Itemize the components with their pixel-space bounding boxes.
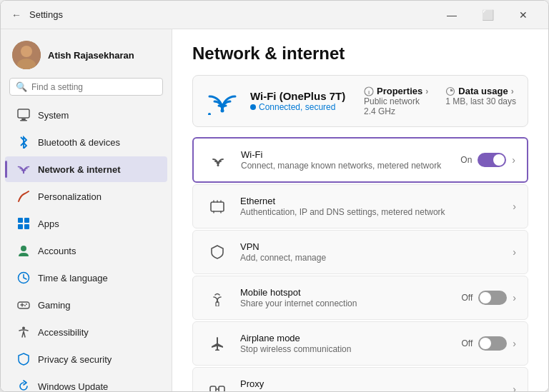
airplane-mode-toggle-thumb <box>480 338 491 349</box>
ethernet-setting-text: Ethernet Authentication, IP and DNS sett… <box>240 196 503 217</box>
airplane-mode-right: Off › <box>462 336 516 351</box>
svg-point-22 <box>217 164 219 166</box>
wifi-status-label: On <box>460 155 472 165</box>
setting-item-ethernet[interactable]: Ethernet Authentication, IP and DNS sett… <box>192 184 528 228</box>
wifi-ssid: Wi-Fi (OnePlus 7T) <box>250 90 354 102</box>
user-section: Atish Rajasekharan <box>1 35 172 78</box>
mobile-hotspot-right: Off › <box>462 291 516 305</box>
accounts-icon <box>16 243 31 258</box>
privacy-icon <box>16 352 31 366</box>
vpn-setting-desc: Add, connect, manage <box>240 253 503 263</box>
mobile-hotspot-status: Off <box>462 293 473 303</box>
proxy-desc: Proxy server for Wi-Fi and Ethernet conn… <box>240 390 503 391</box>
svg-rect-26 <box>210 386 216 391</box>
window-controls: — ⬜ ✕ <box>435 4 540 26</box>
data-usage-label: Data usage › <box>445 86 516 96</box>
sidebar-item-bluetooth[interactable]: Bluetooth & devices <box>5 129 167 155</box>
sidebar-item-accounts[interactable]: Accounts <box>5 238 167 263</box>
airplane-mode-desc: Stop wireless communication <box>240 344 452 354</box>
wifi-toggle-thumb <box>493 154 505 166</box>
window-title: Settings <box>29 9 435 20</box>
sidebar-item-gaming[interactable]: Gaming <box>5 292 167 318</box>
page-title: Network & internet <box>192 44 528 64</box>
wifi-properties-link[interactable]: i Properties › Public network2.4 GHz <box>364 86 428 116</box>
personalization-icon <box>16 189 31 203</box>
mobile-hotspot-desc: Share your internet connection <box>240 298 452 308</box>
vpn-chevron: › <box>513 246 516 258</box>
sidebar-item-label: Accessibility <box>38 327 89 338</box>
svg-point-15 <box>24 305 26 306</box>
vpn-setting-text: VPN Add, connect, manage <box>240 241 503 263</box>
minimize-button[interactable]: — <box>435 4 468 26</box>
ethernet-setting-desc: Authentication, IP and DNS settings, met… <box>240 207 503 217</box>
time-icon <box>16 271 31 285</box>
vpn-setting-name: VPN <box>240 241 503 252</box>
wifi-setting-right: On › <box>460 153 515 167</box>
apps-icon <box>16 216 31 231</box>
sidebar-item-network[interactable]: Network & internet <box>5 156 167 182</box>
sidebar-item-personalization[interactable]: Personalization <box>5 184 167 209</box>
mobile-hotspot-text: Mobile hotspot Share your internet conne… <box>240 287 452 308</box>
svg-point-17 <box>221 109 224 112</box>
mobile-hotspot-toggle[interactable] <box>478 291 507 305</box>
vpn-setting-right: › <box>513 246 516 258</box>
settings-list: Wi-Fi Connect, manage known networks, me… <box>192 137 528 391</box>
sidebar-item-label: Apps <box>38 218 59 229</box>
back-button[interactable]: ← <box>9 8 24 22</box>
search-box[interactable]: 🔍 <box>9 78 163 96</box>
wifi-status-dot <box>250 104 256 110</box>
sidebar-item-privacy[interactable]: Privacy & security <box>5 346 167 372</box>
proxy-text: Proxy Proxy server for Wi-Fi and Etherne… <box>240 378 503 391</box>
wifi-large-icon <box>204 87 240 116</box>
sidebar-item-time[interactable]: Time & language <box>5 265 167 291</box>
svg-point-16 <box>22 327 25 330</box>
avatar-image <box>12 41 41 69</box>
wifi-toggle[interactable] <box>478 153 506 167</box>
sidebar-item-system[interactable]: System <box>5 102 167 128</box>
svg-rect-7 <box>18 218 23 223</box>
proxy-chevron: › <box>513 383 516 391</box>
main-content: Network & internet Wi- <box>172 29 548 391</box>
ethernet-setting-right: › <box>513 201 516 212</box>
wifi-setting-desc: Connect, manage known networks, metered … <box>241 161 450 171</box>
airplane-mode-name: Airplane mode <box>240 333 452 343</box>
wifi-properties-section: i Properties › Public network2.4 GHz Dat… <box>364 86 516 116</box>
search-icon: 🔍 <box>16 81 27 92</box>
airplane-mode-chevron: › <box>513 338 516 349</box>
wifi-setting-name: Wi-Fi <box>241 149 450 160</box>
svg-rect-9 <box>18 224 23 229</box>
sidebar-item-accessibility[interactable]: Accessibility <box>5 319 167 345</box>
bluetooth-icon <box>16 135 31 149</box>
setting-item-mobile-hotspot[interactable]: Mobile hotspot Share your internet conne… <box>192 276 528 320</box>
svg-rect-10 <box>24 224 29 229</box>
wifi-data-usage-link[interactable]: Data usage › 1 MB, last 30 days <box>445 86 516 116</box>
svg-point-11 <box>21 246 26 251</box>
user-name: Atish Rajasekharan <box>48 50 134 61</box>
close-button[interactable]: ✕ <box>507 4 540 26</box>
sidebar-item-label: Bluetooth & devices <box>38 137 120 148</box>
airplane-mode-toggle[interactable] <box>478 336 507 351</box>
setting-item-vpn[interactable]: VPN Add, connect, manage › <box>192 230 528 274</box>
properties-sub: Public network2.4 GHz <box>364 96 428 116</box>
system-icon <box>16 108 31 122</box>
maximize-button[interactable]: ⬜ <box>471 4 504 26</box>
search-input[interactable] <box>31 82 157 92</box>
svg-point-1 <box>21 46 32 57</box>
sidebar-item-windows-update[interactable]: Windows Update <box>5 373 167 391</box>
wifi-status: Connected, secured <box>250 102 354 112</box>
update-icon <box>16 379 31 391</box>
sidebar-item-label: System <box>38 110 69 121</box>
airplane-mode-status: Off <box>462 338 473 348</box>
vpn-icon <box>204 239 230 265</box>
wifi-summary-card[interactable]: Wi-Fi (OnePlus 7T) Connected, secured i … <box>192 75 528 127</box>
sidebar-item-label: Personalization <box>38 191 102 202</box>
setting-item-airplane-mode[interactable]: Airplane mode Stop wireless communicatio… <box>192 321 528 366</box>
setting-item-wifi[interactable]: Wi-Fi Connect, manage known networks, me… <box>192 137 528 183</box>
setting-item-proxy[interactable]: Proxy Proxy server for Wi-Fi and Etherne… <box>192 367 528 391</box>
airplane-mode-text: Airplane mode Stop wireless communicatio… <box>240 333 452 354</box>
svg-rect-8 <box>24 218 29 223</box>
svg-rect-4 <box>21 119 26 120</box>
proxy-name: Proxy <box>240 378 503 389</box>
wifi-info: Wi-Fi (OnePlus 7T) Connected, secured <box>250 90 354 112</box>
sidebar-item-apps[interactable]: Apps <box>5 211 167 236</box>
